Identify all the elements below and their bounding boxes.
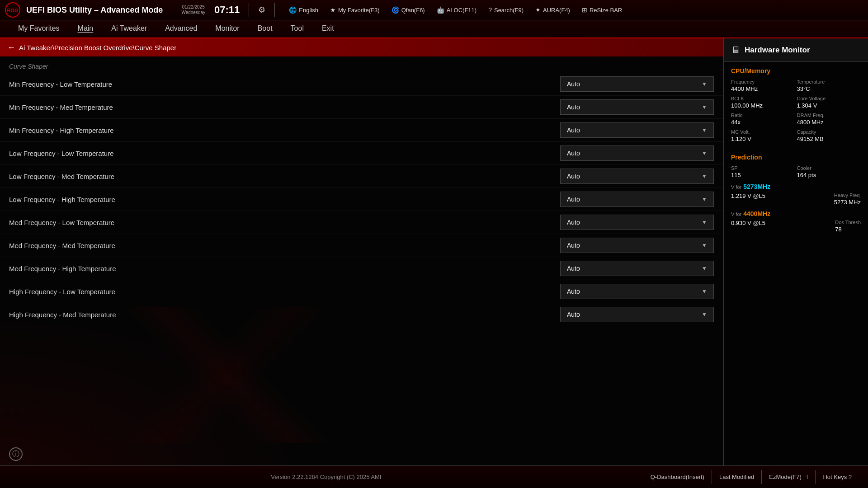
toolbar-language[interactable]: 🌐 English xyxy=(284,4,323,16)
dropdown-high-freq-med-temp[interactable]: Auto ▼ xyxy=(560,307,714,322)
setting-row-min-freq-low-temp: Min Frequency - Low Temperature Auto ▼ xyxy=(0,73,723,96)
setting-name-low-freq-med-temp: Low Frequency - Med Temperature xyxy=(9,173,560,180)
resize-icon: ⊞ xyxy=(582,6,587,14)
mc-volt-value: 1.120 V xyxy=(731,136,795,142)
core-voltage-item: Core Voltage 1.304 V xyxy=(797,96,861,109)
setting-name-high-freq-low-temp: High Frequency - Low Temperature xyxy=(9,288,560,296)
bclk-value: 100.00 MHz xyxy=(731,102,795,109)
frequency-item: Frequency 4400 MHz xyxy=(731,79,795,92)
toolbar-qfan[interactable]: 🌀 Qfan(F6) xyxy=(387,4,430,16)
nav-monitor[interactable]: Monitor xyxy=(206,21,248,38)
dropdown-value: Auto xyxy=(567,311,580,318)
frequency-label: Frequency xyxy=(731,79,795,84)
temperature-value: 33°C xyxy=(797,85,861,92)
heavy-freq-item: Heavy Freq 5273 MHz xyxy=(834,192,861,206)
info-icon-container: ⓘ xyxy=(9,447,23,461)
setting-row-low-freq-high-temp: Low Frequency - High Temperature Auto ▼ xyxy=(0,188,723,211)
nav-boot[interactable]: Boot xyxy=(249,21,282,38)
settings-area[interactable]: Curve Shaper Min Frequency - Low Tempera… xyxy=(0,56,723,465)
dropdown-value: Auto xyxy=(567,242,580,249)
chevron-down-icon: ▼ xyxy=(702,150,707,156)
dropdown-value: Auto xyxy=(567,150,580,157)
temperature-label: Temperature xyxy=(797,79,861,84)
rog-logo: ROG xyxy=(5,2,21,18)
app-title: UEFI BIOS Utility – Advanced Mode xyxy=(26,5,163,15)
dropdown-min-freq-low-temp[interactable]: Auto ▼ xyxy=(560,76,714,92)
dropdown-med-freq-high-temp[interactable]: Auto ▼ xyxy=(560,261,714,276)
chevron-down-icon: ▼ xyxy=(702,81,707,87)
chevron-down-icon: ▼ xyxy=(702,311,707,318)
section-label: Curve Shaper xyxy=(0,60,723,73)
footer-q-dashboard[interactable]: Q-Dashboard(Insert) xyxy=(643,470,712,484)
setting-name-med-freq-high-temp: Med Frequency - High Temperature xyxy=(9,265,560,272)
chevron-down-icon: ▼ xyxy=(702,173,707,179)
nav-my-favorites[interactable]: My Favorites xyxy=(9,21,69,38)
setting-control-low-freq-low-temp: Auto ▼ xyxy=(560,145,714,161)
date-line1: 01/22/2025 xyxy=(182,5,205,10)
footer-last-modified[interactable]: Last Modified xyxy=(712,470,761,484)
dram-freq-value: 4800 MHz xyxy=(797,119,861,126)
gear-icon[interactable]: ⚙ xyxy=(258,5,265,15)
chevron-down-icon: ▼ xyxy=(702,242,707,249)
toolbar-search[interactable]: ? Search(F9) xyxy=(483,4,528,16)
toolbar: 🌐 English ★ My Favorite(F3) 🌀 Qfan(F6) 🤖… xyxy=(284,4,863,16)
prediction-title: Prediction xyxy=(731,154,861,161)
nav-exit[interactable]: Exit xyxy=(313,21,343,38)
dropdown-min-freq-med-temp[interactable]: Auto ▼ xyxy=(560,99,714,115)
right-panel: 🖥 Hardware Monitor CPU/Memory Frequency … xyxy=(723,38,868,465)
setting-name-min-freq-low-temp: Min Frequency - Low Temperature xyxy=(9,80,560,88)
setting-control-med-freq-med-temp: Auto ▼ xyxy=(560,238,714,253)
dropdown-high-freq-low-temp[interactable]: Auto ▼ xyxy=(560,284,714,299)
dropdown-med-freq-med-temp[interactable]: Auto ▼ xyxy=(560,238,714,253)
ai-icon: 🤖 xyxy=(437,6,444,14)
chevron-down-icon: ▼ xyxy=(702,196,707,202)
toolbar-ai-oc[interactable]: 🤖 AI OC(F11) xyxy=(432,4,481,16)
cpu-memory-title: CPU/Memory xyxy=(731,67,861,75)
monitor-icon: 🖥 xyxy=(731,45,740,55)
aura-icon: ✦ xyxy=(535,6,541,14)
setting-row-min-freq-high-temp: Min Frequency - High Temperature Auto ▼ xyxy=(0,119,723,142)
chevron-down-icon: ▼ xyxy=(702,104,707,110)
temperature-item: Temperature 33°C xyxy=(797,79,861,92)
last-modified-label: Last Modified xyxy=(719,474,754,480)
mc-volt-label: MC Volt. xyxy=(731,129,795,135)
v-for-val2: 0.930 V @L5 xyxy=(731,220,765,233)
dropdown-min-freq-high-temp[interactable]: Auto ▼ xyxy=(560,122,714,138)
header: ROG UEFI BIOS Utility – Advanced Mode 01… xyxy=(0,0,868,20)
dropdown-low-freq-med-temp[interactable]: Auto ▼ xyxy=(560,169,714,184)
footer-hot-keys[interactable]: Hot Keys ? xyxy=(815,470,859,484)
info-icon[interactable]: ⓘ xyxy=(9,447,23,461)
cpu-memory-section: CPU/Memory Frequency 4400 MHz Temperatur… xyxy=(724,62,868,148)
version-text: Version 2.22.1284 Copyright (C) 2025 AMI xyxy=(9,474,643,480)
dropdown-low-freq-low-temp[interactable]: Auto ▼ xyxy=(560,145,714,161)
dropdown-value: Auto xyxy=(567,196,580,203)
frequency-value: 4400 MHz xyxy=(731,85,795,92)
dram-freq-item: DRAM Freq. 4800 MHz xyxy=(797,113,861,126)
core-voltage-label: Core Voltage xyxy=(797,96,861,101)
toolbar-my-favorite[interactable]: ★ My Favorite(F3) xyxy=(325,4,385,16)
setting-control-min-freq-high-temp: Auto ▼ xyxy=(560,122,714,138)
nav-main[interactable]: Main xyxy=(69,21,103,38)
toolbar-resize-bar[interactable]: ⊞ ReSize BAR xyxy=(577,4,627,16)
sp-value: 115 xyxy=(731,172,795,178)
toolbar-aura[interactable]: ✦ AURA(F4) xyxy=(530,4,575,16)
datetime-display: 01/22/2025 Wednesday xyxy=(181,5,205,15)
back-arrow-icon[interactable]: ← xyxy=(7,43,15,52)
dropdown-med-freq-low-temp[interactable]: Auto ▼ xyxy=(560,215,714,230)
dropdown-low-freq-high-temp[interactable]: Auto ▼ xyxy=(560,192,714,207)
hot-keys-label: Hot Keys ? xyxy=(823,474,852,480)
footer-ez-mode[interactable]: EzMode(F7) ⊣ xyxy=(761,470,815,484)
setting-row-high-freq-low-temp: High Frequency - Low Temperature Auto ▼ xyxy=(0,280,723,303)
setting-row-low-freq-med-temp: Low Frequency - Med Temperature Auto ▼ xyxy=(0,165,723,188)
nav-advanced[interactable]: Advanced xyxy=(156,21,206,38)
capacity-item: Capacity 49152 MB xyxy=(797,129,861,142)
chevron-down-icon: ▼ xyxy=(702,219,707,225)
nav-tool[interactable]: Tool xyxy=(282,21,313,38)
nav-bar: My Favorites Main Ai Tweaker Advanced Mo… xyxy=(0,20,868,38)
nav-ai-tweaker[interactable]: Ai Tweaker xyxy=(102,21,156,38)
dropdown-value: Auto xyxy=(567,103,580,111)
hardware-monitor-title: Hardware Monitor xyxy=(745,46,810,55)
setting-row-low-freq-low-temp: Low Frequency - Low Temperature Auto ▼ xyxy=(0,142,723,165)
dropdown-value: Auto xyxy=(567,173,580,180)
v-for-freq1: 5273MHz xyxy=(743,183,770,190)
